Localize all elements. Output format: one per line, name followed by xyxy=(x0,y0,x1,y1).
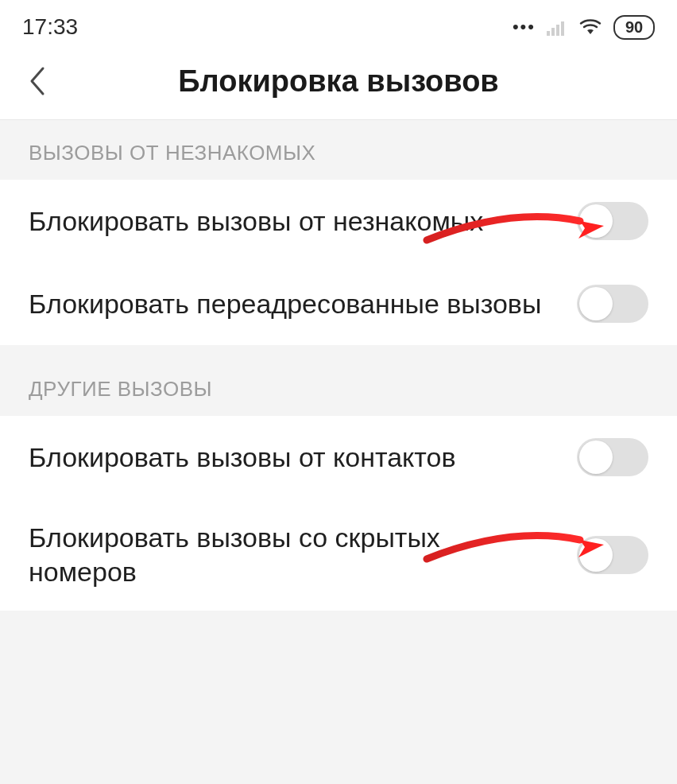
svg-rect-2 xyxy=(556,25,559,36)
setting-block-forwarded[interactable]: Блокировать переадресованные вызовы xyxy=(0,262,677,345)
section-header-strangers: ВЫЗОВЫ ОТ НЕЗНАКОМЫХ xyxy=(0,120,677,180)
toggle-block-contacts[interactable] xyxy=(577,438,648,476)
status-indicators: ••• 90 xyxy=(513,15,655,40)
settings-group-strangers: Блокировать вызовы от незнакомых Блокиро… xyxy=(0,180,677,345)
setting-label: Блокировать вызовы от незнакомых xyxy=(29,204,577,239)
settings-group-other: Блокировать вызовы от контактов Блокиров… xyxy=(0,416,677,611)
toggle-block-hidden[interactable] xyxy=(577,536,648,574)
back-button[interactable] xyxy=(19,64,54,99)
setting-block-contacts[interactable]: Блокировать вызовы от контактов xyxy=(0,416,677,499)
toggle-thumb xyxy=(579,441,613,474)
setting-label: Блокировать вызовы от контактов xyxy=(29,441,577,475)
section-header-other: ДРУГИЕ ВЫЗОВЫ xyxy=(0,356,677,416)
toggle-block-forwarded[interactable] xyxy=(577,285,648,323)
toggle-block-strangers[interactable] xyxy=(577,202,648,240)
signal-icon xyxy=(547,18,567,36)
toggle-thumb xyxy=(579,204,613,238)
setting-label: Блокировать переадресованные вызовы xyxy=(29,287,577,321)
section-divider xyxy=(0,345,677,356)
status-bar: 17:33 ••• 90 xyxy=(0,0,677,48)
svg-rect-1 xyxy=(551,28,555,36)
svg-rect-0 xyxy=(547,31,550,36)
toggle-thumb xyxy=(579,287,613,320)
chevron-left-icon xyxy=(27,65,46,97)
setting-block-hidden[interactable]: Блокировать вызовы со скрытых номеров xyxy=(0,499,677,611)
toggle-thumb xyxy=(579,538,613,572)
page-header: Блокировка вызовов xyxy=(0,48,677,120)
battery-indicator: 90 xyxy=(613,15,655,40)
setting-block-strangers[interactable]: Блокировать вызовы от незнакомых xyxy=(0,180,677,262)
page-title: Блокировка вызовов xyxy=(178,64,498,99)
more-icon: ••• xyxy=(513,17,536,37)
wifi-icon xyxy=(578,18,602,36)
svg-rect-3 xyxy=(561,21,564,36)
status-time: 17:33 xyxy=(22,14,78,40)
setting-label: Блокировать вызовы со скрытых номеров xyxy=(29,521,577,588)
